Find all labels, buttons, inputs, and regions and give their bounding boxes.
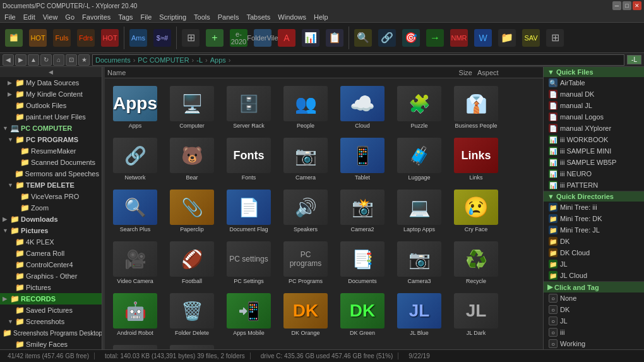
tree-item-pc-programs[interactable]: ▼ 📁 PC PROGRAMS <box>0 134 102 145</box>
toolbar-btn-hash[interactable]: ⊞ <box>544 25 566 51</box>
menu-tags[interactable]: Tags <box>115 13 136 21</box>
nav-forward[interactable]: ▶ <box>15 54 27 66</box>
minimize-button[interactable]: ─ <box>612 1 621 10</box>
file-item-xyplorer-logo[interactable]: ✖ XYplorer X <box>164 340 220 349</box>
tree-item-saved-pictures[interactable]: 📁 Saved Pictures <box>0 305 102 316</box>
quick-files-header[interactable]: ▼ Quick Files <box>544 67 644 77</box>
bc-l[interactable]: -L <box>196 56 203 64</box>
rp-dir-mini-jl[interactable]: 📁 Mini Tree: JL <box>544 224 644 236</box>
nav-home[interactable]: ⌂ <box>53 54 64 66</box>
tree-item-zoom[interactable]: 📁 Zoom <box>0 202 102 214</box>
col-aspect-header[interactable]: Aspect <box>477 69 540 76</box>
file-item-dk-green[interactable]: DK DK Green <box>335 288 390 339</box>
toolbar-btn-6[interactable]: Ams <box>127 25 150 51</box>
col-name-header[interactable]: Name <box>107 69 427 76</box>
rp-item-sample-mini[interactable]: 📊 iii SAMPLE MINI <box>544 145 644 157</box>
nav-root[interactable]: ⊡ <box>66 54 77 66</box>
file-item-folder-delete[interactable]: 🗑️ Folder Delete <box>164 288 220 339</box>
menu-tools[interactable]: Tools <box>191 13 213 21</box>
tab-l[interactable]: -L <box>627 55 641 64</box>
file-item-cross[interactable]: ✖ Cross X <box>107 340 163 349</box>
tree-item-scanned[interactable]: 📁 Scanned Documents <box>0 157 102 168</box>
maximize-button[interactable]: □ <box>623 1 631 10</box>
nav-bookmark[interactable]: ★ <box>78 54 90 66</box>
bc-documents[interactable]: Documents <box>95 56 131 64</box>
rp-dir-mini-iii[interactable]: 📁 Mini Tree: iii <box>544 202 644 213</box>
file-item-apps-mobile[interactable]: 📲 Apps Mobile <box>221 288 277 339</box>
tree-item-4k-plex[interactable]: 📁 4K PLEX <box>0 236 102 248</box>
nav-back[interactable]: ◀ <box>3 54 14 66</box>
menu-panels[interactable]: Panels <box>215 13 242 21</box>
toolbar-btn-arrow[interactable]: → <box>424 25 446 51</box>
bc-pc-computer[interactable]: PC COMPUTER <box>138 56 189 64</box>
toolbar-btn-4[interactable]: Fdrs <box>75 25 97 51</box>
menu-help[interactable]: Help <box>311 13 331 21</box>
tree-item-my-data-sources[interactable]: ▶ 📁 My Data Sources <box>0 77 102 88</box>
rp-item-neuro[interactable]: 📊 iii NEURO <box>544 168 644 179</box>
toolbar-btn-2[interactable]: HOT <box>27 25 49 51</box>
tree-item-pictures2[interactable]: 📁 Pictures <box>0 282 102 293</box>
file-item-apps[interactable]: Apps Apps <box>107 81 163 131</box>
file-item-camera2[interactable]: 📸 Camera2 <box>335 184 390 235</box>
file-item-android[interactable]: 🤖 Android Robot <box>107 288 163 339</box>
tree-item-pc-computer[interactable]: ▼ 💻 PC COMPUTER <box>0 123 102 134</box>
file-item-tablet[interactable]: 📱 Tablet <box>335 133 390 183</box>
file-item-camera3[interactable]: 📷 Camera3 <box>391 236 447 287</box>
toolbar-btn-dark1[interactable]: 📊 <box>299 25 322 51</box>
file-item-doc-flag[interactable]: 📄 Document Flag <box>221 184 277 235</box>
toolbar-btn-1[interactable]: 🗂️ <box>3 25 25 51</box>
file-item-server[interactable]: 🗄️ Server Rack <box>221 81 277 131</box>
file-item-paperclip[interactable]: 📎 Paperclip <box>164 184 220 235</box>
col-size-header[interactable]: Size <box>427 69 477 76</box>
menu-tabsets[interactable]: Tabsets <box>243 13 273 21</box>
menu-view[interactable]: View <box>40 13 61 21</box>
tree-item-outlook[interactable]: 📁 Outlook Files <box>0 100 102 111</box>
toolbar-btn-network[interactable]: 🔗 <box>376 25 398 51</box>
file-item-links[interactable]: Links Links <box>448 133 504 183</box>
toolbar-btn-grid[interactable]: ⊞ <box>179 25 202 51</box>
toolbar-btn-3[interactable]: Fuls <box>51 25 73 51</box>
toolbar-btn-5[interactable]: HOT <box>98 25 121 51</box>
tree-item-smiley[interactable]: 📁 Smiley Faces <box>0 339 102 349</box>
rp-item-workbook[interactable]: 📊 iii WORKBOOK <box>544 134 644 145</box>
tree-item-graphics-other[interactable]: 📁 Graphics - Other <box>0 270 102 282</box>
rp-dir-dk[interactable]: 📁 DK <box>544 236 644 247</box>
tree-item-viceversa[interactable]: 📁 ViceVersa PRO <box>0 191 102 202</box>
file-item-football[interactable]: 🏈 Football <box>164 236 220 287</box>
nav-up[interactable]: ▲ <box>28 54 39 66</box>
rp-tag-working[interactable]: ○ Working <box>544 338 644 349</box>
toolbar-btn-target[interactable]: 🎯 <box>400 25 422 51</box>
rp-item-manual-xyplorer[interactable]: 📄 manual XYplorer <box>544 123 644 134</box>
toolbar-btn-acrobat[interactable]: A <box>275 25 298 51</box>
file-item-people[interactable]: 👥 People <box>278 81 333 131</box>
rp-tag-jl[interactable]: ○ JL <box>544 315 644 327</box>
close-button[interactable]: ✕ <box>633 1 641 10</box>
file-item-cry[interactable]: 😢 Cry Face <box>448 184 504 235</box>
toolbar-btn-7[interactable]: $≈# <box>151 25 174 51</box>
tree-item-controlcenter4[interactable]: 📁 ControlCenter4 <box>0 259 102 270</box>
quick-dirs-header[interactable]: ▼ Quick Directories <box>544 191 644 202</box>
tree-item-downloads[interactable]: ▶ 📁 Downloads <box>0 214 102 225</box>
file-item-camera1[interactable]: 📷 Camera <box>278 133 333 183</box>
file-item-business[interactable]: 👔 Business People <box>448 81 504 131</box>
tree-item-screenshots-programs[interactable]: 📁 Screenshots Programs Desktops <box>0 327 102 339</box>
toolbar-btn-sav[interactable]: SAV <box>520 25 542 51</box>
toolbar-btn-red-box[interactable]: NMR <box>448 25 470 51</box>
file-item-pc-programs[interactable]: PC programs PC Programs <box>278 236 333 287</box>
menu-go[interactable]: Go <box>62 13 78 21</box>
rp-tag-dk[interactable]: ○ DK <box>544 304 644 315</box>
file-item-speakers[interactable]: 🔊 Speakers <box>278 184 333 235</box>
rp-tag-iii[interactable]: ○ iii <box>544 327 644 338</box>
file-item-network[interactable]: 🔗 Network <box>107 133 163 183</box>
rp-item-manual-logos[interactable]: 📄 manual Logos <box>544 111 644 123</box>
tree-item-pictures[interactable]: ▼ 📁 Pictures <box>0 225 102 236</box>
tree-item-temp-delete[interactable]: ▼ 📁 TEMP DELETE <box>0 179 102 191</box>
file-item-search-plus[interactable]: 🔍 Search Plus <box>107 184 163 235</box>
file-item-dk-orange[interactable]: DK DK Orange <box>278 288 333 339</box>
file-item-puzzle[interactable]: 🧩 Puzzle <box>391 81 447 131</box>
rp-tag-none[interactable]: ○ None <box>544 293 644 304</box>
file-item-pc-settings[interactable]: PC settings PC Settings <box>221 236 277 287</box>
rp-item-pattern[interactable]: 📊 iii PATTERN <box>544 179 644 191</box>
toolbar-btn-folder[interactable]: FolderVile <box>251 25 274 51</box>
file-item-jl-dark[interactable]: JL JL Dark <box>448 288 504 339</box>
